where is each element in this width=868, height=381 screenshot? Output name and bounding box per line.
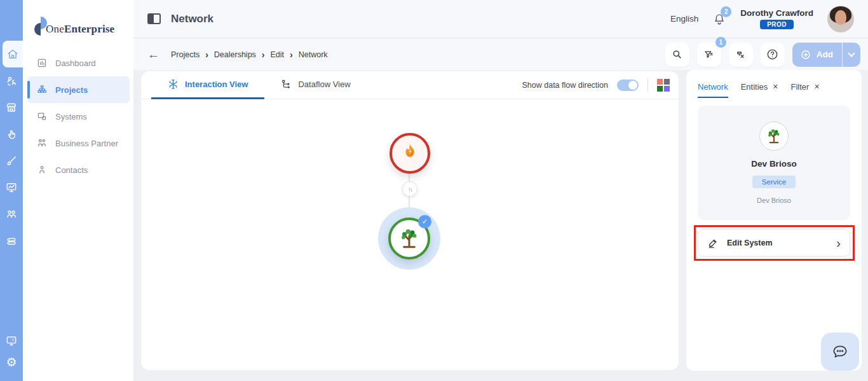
sidebar-item-projects[interactable]: Projects bbox=[27, 76, 130, 103]
rail-spacer bbox=[0, 254, 23, 328]
brand-logo[interactable]: OneEnterprise bbox=[23, 0, 133, 36]
breadcrumb-separator: › bbox=[205, 50, 208, 60]
user-name: Dorothy Crawford bbox=[740, 8, 813, 18]
rail-item-tap[interactable] bbox=[0, 121, 23, 148]
view-tabbar: Interaction View Dataflow View Show data… bbox=[141, 71, 679, 99]
add-button[interactable]: Add bbox=[792, 43, 842, 67]
tab-interaction-view[interactable]: Interaction View bbox=[151, 71, 264, 99]
breadcrumb-item-network[interactable]: Network bbox=[299, 50, 328, 59]
close-icon[interactable]: × bbox=[814, 81, 819, 92]
breadcrumb-separator: › bbox=[290, 50, 293, 60]
search-button[interactable] bbox=[665, 43, 689, 67]
page-title: Network bbox=[171, 13, 214, 25]
filter-count-badge: 1 bbox=[715, 37, 726, 48]
sidebar-item-label: Projects bbox=[55, 85, 88, 95]
sidebar-item-business-partner[interactable]: Business Partner bbox=[27, 130, 130, 156]
search-icon bbox=[671, 48, 683, 60]
rail-item-store[interactable] bbox=[0, 94, 23, 121]
remove-node-icon bbox=[735, 48, 747, 60]
store-icon bbox=[5, 101, 18, 114]
sidebar-item-dashboard[interactable]: Dashboard bbox=[27, 50, 130, 76]
monitor-chart-icon bbox=[5, 181, 18, 194]
edit-system-button[interactable]: Edit System › bbox=[698, 229, 850, 257]
tab-filter[interactable]: Filter × bbox=[791, 76, 820, 98]
chat-bubble-icon bbox=[831, 343, 849, 361]
toolbar: 1 Add bbox=[665, 43, 860, 67]
brand-logo-text: OneEnterprise bbox=[46, 23, 114, 36]
sidebar-item-label: Contacts bbox=[55, 165, 88, 175]
chevron-down-icon bbox=[848, 50, 855, 57]
rail-item-monitor-chart[interactable] bbox=[0, 174, 23, 201]
sidebar-item-contacts[interactable]: Contacts bbox=[27, 156, 130, 183]
avatar[interactable] bbox=[827, 6, 854, 32]
add-plus-icon bbox=[800, 49, 811, 60]
brush-icon bbox=[5, 155, 18, 167]
edit-system-label: Edit System bbox=[727, 239, 773, 247]
rail-item-settings[interactable]: ⚙ bbox=[0, 354, 23, 381]
entity-type-badge[interactable]: Service bbox=[752, 176, 796, 188]
tab-network[interactable]: Network bbox=[698, 76, 728, 98]
add-button-label: Add bbox=[817, 50, 833, 59]
breadcrumb-item-dealerships[interactable]: Dealerships bbox=[214, 50, 256, 59]
sidebar-item-label: Business Partner bbox=[55, 139, 118, 148]
team-sync-icon bbox=[5, 74, 18, 87]
breadcrumb-item-projects[interactable]: Projects bbox=[171, 50, 200, 59]
flow-direction-toggle[interactable] bbox=[617, 80, 639, 91]
entity-avatar bbox=[759, 121, 789, 151]
network-canvas: Interaction View Dataflow View Show data… bbox=[141, 71, 679, 370]
tab-entities[interactable]: Entities × bbox=[741, 76, 778, 98]
sidebar-item-label: Dashboard bbox=[55, 59, 96, 68]
close-icon[interactable]: × bbox=[773, 81, 778, 92]
top-bar: Network English 2 Dorothy Crawford PROD bbox=[133, 0, 868, 38]
server-icon bbox=[5, 235, 18, 247]
chevron-right-icon: › bbox=[836, 237, 841, 249]
tab-label: Dataflow View bbox=[298, 80, 350, 89]
gear-icon: ⚙ bbox=[6, 356, 17, 368]
breadcrumb-bar: ← Projects › Dealerships › Edit › Networ… bbox=[133, 39, 868, 70]
interaction-view-icon bbox=[168, 79, 179, 90]
node-tree-selection-halo[interactable] bbox=[378, 207, 440, 270]
rail-item-partners[interactable] bbox=[0, 201, 23, 228]
notifications-button[interactable]: 2 bbox=[712, 12, 726, 26]
tree-icon bbox=[397, 226, 422, 251]
user-block[interactable]: Dorothy Crawford PROD bbox=[740, 8, 813, 29]
rail-item-server[interactable] bbox=[0, 228, 23, 254]
transfer-direction-icon[interactable]: ↑↓ bbox=[402, 181, 417, 197]
rail-item-brush[interactable] bbox=[0, 148, 23, 174]
filter-icon bbox=[703, 48, 715, 60]
pencil-icon bbox=[707, 237, 719, 249]
entity-subtitle: Dev Brioso bbox=[757, 197, 791, 204]
language-selector[interactable]: English bbox=[670, 14, 698, 24]
add-dropdown-button[interactable] bbox=[843, 43, 860, 67]
chat-button[interactable] bbox=[821, 333, 859, 371]
projects-icon bbox=[36, 84, 48, 95]
sidebar-menu: Dashboard Projects Systems Business Part… bbox=[23, 50, 133, 183]
business-partner-icon bbox=[36, 137, 48, 149]
panel-toggle-icon[interactable] bbox=[147, 13, 161, 24]
rail-item-home[interactable] bbox=[3, 41, 23, 67]
notification-count-badge: 2 bbox=[721, 6, 731, 17]
contacts-icon bbox=[36, 164, 48, 176]
breadcrumb-item-edit[interactable]: Edit bbox=[271, 50, 285, 59]
rail-item-monitor-apps[interactable] bbox=[0, 328, 23, 354]
toggle-knob bbox=[628, 81, 637, 90]
filter-button[interactable]: 1 bbox=[697, 43, 721, 67]
sidebar-item-label: Systems bbox=[55, 112, 87, 121]
sidebar: OneEnterprise Dashboard Projects Systems… bbox=[23, 0, 133, 381]
selected-check-icon: ✓ bbox=[418, 215, 431, 228]
legend-grid-icon[interactable] bbox=[657, 79, 670, 92]
flow-toggle-label: Show data flow direction bbox=[522, 81, 609, 90]
back-button[interactable]: ← bbox=[147, 48, 159, 62]
help-button[interactable] bbox=[761, 43, 785, 67]
rail-item-team[interactable] bbox=[0, 67, 23, 94]
tab-label: Entities bbox=[741, 82, 768, 92]
remove-node-button[interactable] bbox=[729, 43, 753, 67]
interaction-diagram: ↑↓ ✓ bbox=[141, 99, 679, 370]
environment-badge: PROD bbox=[760, 20, 794, 29]
tab-dataflow-view[interactable]: Dataflow View bbox=[264, 71, 367, 99]
node-flame[interactable] bbox=[390, 133, 430, 174]
partners-icon bbox=[5, 208, 18, 221]
breadcrumb: Projects › Dealerships › Edit › Network bbox=[171, 50, 328, 60]
breadcrumb-separator: › bbox=[262, 50, 265, 60]
sidebar-item-systems[interactable]: Systems bbox=[27, 103, 130, 130]
